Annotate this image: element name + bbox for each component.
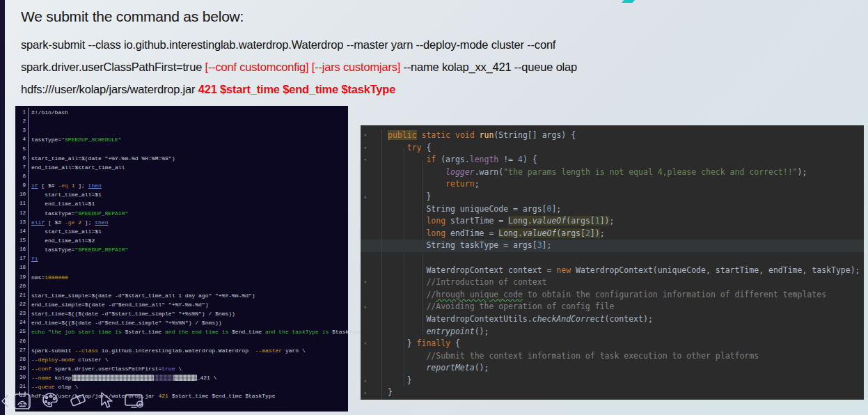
code-line: 3	[15, 126, 348, 135]
spark-submit-command: spark-submit --class io.github.interesti…	[21, 33, 842, 100]
palette-icon[interactable]	[39, 389, 61, 412]
code-line: 17fi	[15, 254, 348, 263]
line-number: 7	[15, 163, 29, 172]
line-number: 19	[15, 273, 29, 282]
code-line: ▾ if (args.length != 4) {	[361, 154, 864, 166]
fold-open-icon[interactable]: ▾	[361, 338, 382, 350]
code-line	[361, 252, 864, 265]
code-line: ▾public static void run(String[] args) {	[361, 130, 864, 142]
code-line: String uniqueCode = args[0];	[361, 203, 864, 216]
page-title: We submit the command as below:	[21, 8, 842, 25]
code-line: ▾ //Introduction of context	[361, 276, 864, 289]
code-line: 13elif [ $# -ge 2 ]; then	[15, 218, 348, 227]
line-number: 17	[15, 254, 29, 263]
code-line: return;	[361, 178, 864, 191]
code-line: WaterdropContext context = new Waterdrop…	[361, 265, 864, 277]
fold-open-icon[interactable]: ▾	[361, 276, 382, 289]
fold-open-icon[interactable]: ▾	[361, 142, 382, 155]
code-line: 24end_time=$(($(date -d"$end_time_simple…	[15, 318, 348, 327]
command-line: hdfs:///user/kolap/jars/waterdrop.jar 42…	[21, 78, 842, 100]
code-line: //Submit the context information of task…	[361, 350, 864, 363]
code-line: 7end_time_all=$start_time_all	[15, 163, 348, 172]
gutter	[361, 215, 382, 228]
gutter	[361, 252, 382, 265]
line-number: 11	[15, 199, 29, 208]
code-line: 4taskType="SPEEDUP_SCHEDULE"	[15, 135, 348, 144]
gutter	[361, 203, 382, 216]
code-line: 5	[15, 145, 348, 154]
gutter	[361, 350, 382, 363]
gutter	[361, 289, 382, 302]
code-line: logger.warn("the params length is not eq…	[361, 166, 864, 179]
gutter	[361, 166, 382, 179]
line-number: 14	[15, 227, 29, 236]
code-line: 18	[15, 263, 348, 272]
code-line: 20	[15, 282, 348, 291]
code-line: 11 end_time_all=$1	[15, 199, 348, 208]
fold-close-icon[interactable]: ▴	[361, 301, 382, 313]
code-line: 25echo "the job start time is $start_tim…	[15, 327, 348, 336]
fold-close-icon[interactable]: ▴	[361, 375, 382, 387]
code-line: 8	[15, 172, 348, 181]
header: We submit the command as below: spark-su…	[21, 8, 842, 100]
line-number: 25	[15, 327, 29, 336]
eraser-icon[interactable]	[67, 389, 89, 412]
gutter	[361, 362, 382, 375]
code-line: 12 taskType="SPEEDUP_REPAIR"	[15, 209, 348, 218]
code-line: String taskType = args[3];	[361, 240, 864, 252]
line-number: 29	[15, 364, 29, 373]
fold-close-icon[interactable]: ▴	[361, 386, 382, 399]
code-line: 15 end_time_all=$2	[15, 236, 348, 245]
code-line: //hrough unique_code to obtain the confi…	[361, 289, 864, 302]
line-number: 30	[15, 373, 29, 382]
fold-open-icon[interactable]: ▾	[361, 130, 382, 142]
code-line: ▴ }	[361, 191, 864, 203]
code-line: 30--name kolap_421 \	[15, 373, 348, 382]
code-line: ▴}	[361, 386, 864, 399]
annotation-toolbar	[11, 389, 145, 412]
gutter	[361, 313, 382, 326]
code-line: long startTime = Long.valueOf(args[1]);	[361, 215, 864, 228]
line-number: 1	[15, 108, 29, 117]
bash-script-panel[interactable]: 1#!/bin/bash234taskType="SPEEDUP_SCHEDUL…	[15, 106, 348, 412]
code-line: ▾ try {	[361, 142, 864, 155]
code-line: ▴ }	[361, 375, 864, 387]
code-line: reportMeta();	[361, 362, 864, 375]
cursor-icon[interactable]	[95, 389, 117, 412]
code-line: 9if [ $# -eq 1 ]; then	[15, 181, 348, 190]
teal-accent-mark	[622, 0, 635, 3]
whiteboard-icon[interactable]	[11, 389, 33, 412]
code-line: 26	[15, 337, 348, 346]
left-edge-strip	[0, 0, 5, 415]
line-number: 5	[15, 145, 29, 154]
code-line: 23start_time=$(($(date -d"$start_time_si…	[15, 309, 348, 318]
line-number: 22	[15, 300, 29, 309]
fold-open-icon[interactable]: ▾	[361, 154, 382, 166]
code-line: entrypoint();	[361, 326, 864, 338]
line-number: 3	[15, 126, 29, 135]
line-number: 24	[15, 318, 29, 327]
line-number: 6	[15, 154, 29, 163]
line-number: 2	[15, 117, 29, 126]
code-line: long endTime = Long.valueOf(args[2]);	[361, 228, 864, 240]
code-line: ▾ } finally {	[361, 338, 864, 350]
line-number: 9	[15, 181, 29, 190]
code-line: 14 start_time_all=$1	[15, 227, 348, 236]
code-line: 21start_time_simple=$(date -d"$start_tim…	[15, 291, 348, 300]
code-line: 22end_time_simple=$(date -d"$end_time_al…	[15, 300, 348, 309]
java-code-panel[interactable]: ▾public static void run(String[] args) {…	[361, 125, 864, 400]
code-line: 10 start_time_all=$1	[15, 190, 348, 199]
code-line: 28--deploy-mode cluster \	[15, 355, 348, 364]
line-number: 26	[15, 337, 29, 346]
line-number: 18	[15, 263, 29, 272]
screen-record-icon[interactable]	[123, 389, 145, 412]
toolbar-collapse-chevron-icon[interactable]	[0, 393, 11, 409]
gutter	[361, 265, 382, 277]
gutter	[361, 178, 382, 191]
line-number: 8	[15, 172, 29, 181]
line-number: 15	[15, 236, 29, 245]
fold-close-icon[interactable]: ▴	[361, 191, 382, 203]
line-number: 23	[15, 309, 29, 318]
code-line: 16 taskType="SPEEDUP_REPAIR"	[15, 245, 348, 254]
command-line: spark-submit --class io.github.interesti…	[21, 33, 842, 56]
